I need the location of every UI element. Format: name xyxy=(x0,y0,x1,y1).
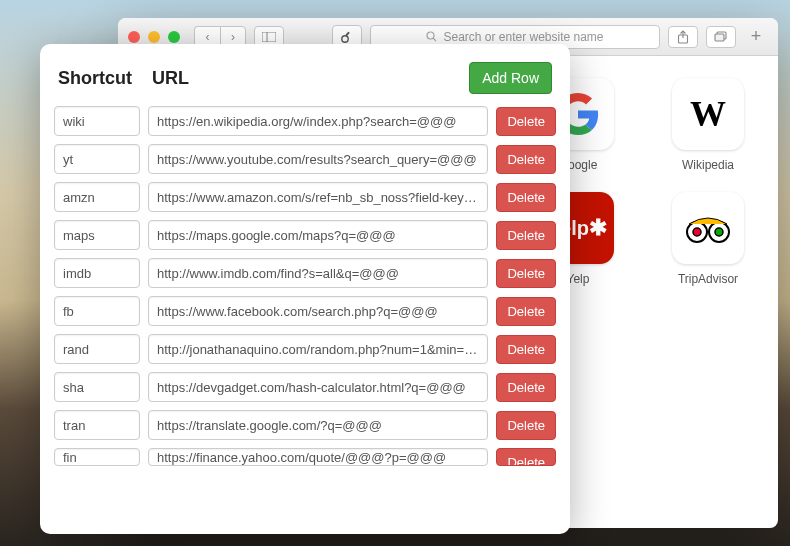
favorite-label: Wikipedia xyxy=(682,158,734,172)
shortcut-row: Delete xyxy=(54,334,556,364)
popover-header: Shortcut URL Add Row xyxy=(54,62,556,94)
url-input[interactable] xyxy=(148,106,488,136)
delete-button[interactable]: Delete xyxy=(496,448,556,466)
url-input[interactable] xyxy=(148,372,488,402)
shortcut-row: Delete xyxy=(54,182,556,212)
minimize-window-button[interactable] xyxy=(148,31,160,43)
shortcut-input[interactable] xyxy=(54,410,140,440)
shortcut-input[interactable] xyxy=(54,106,140,136)
svg-point-13 xyxy=(715,228,723,236)
shortcut-input[interactable] xyxy=(54,182,140,212)
shortcut-row: Delete xyxy=(54,410,556,440)
delete-button[interactable]: Delete xyxy=(496,183,556,212)
col-header-shortcut: Shortcut xyxy=(58,68,152,89)
delete-button[interactable]: Delete xyxy=(496,145,556,174)
shortcut-input[interactable] xyxy=(54,144,140,174)
delete-button[interactable]: Delete xyxy=(496,297,556,326)
url-input[interactable] xyxy=(148,334,488,364)
tabs-button[interactable] xyxy=(706,26,736,48)
extension-popover: Shortcut URL Add Row DeleteDeleteDeleteD… xyxy=(40,44,570,534)
add-row-button[interactable]: Add Row xyxy=(469,62,552,94)
close-window-button[interactable] xyxy=(128,31,140,43)
svg-point-2 xyxy=(342,35,348,41)
favorite-label: TripAdvisor xyxy=(678,272,738,286)
wikipedia-icon: W xyxy=(672,78,744,150)
svg-rect-0 xyxy=(262,32,276,42)
url-input[interactable] xyxy=(148,182,488,212)
svg-rect-9 xyxy=(715,34,724,41)
url-input[interactable] xyxy=(148,410,488,440)
shortcuts-list: DeleteDeleteDeleteDeleteDeleteDeleteDele… xyxy=(54,106,556,466)
url-input[interactable] xyxy=(148,258,488,288)
delete-button[interactable]: Delete xyxy=(496,411,556,440)
shortcut-row: Delete xyxy=(54,296,556,326)
favorite-tripadvisor[interactable]: TripAdvisor xyxy=(658,192,758,286)
url-input[interactable] xyxy=(148,220,488,250)
url-input[interactable] xyxy=(148,144,488,174)
shortcut-row: Delete xyxy=(54,144,556,174)
new-tab-button[interactable]: + xyxy=(744,26,768,47)
delete-button[interactable]: Delete xyxy=(496,259,556,288)
url-input[interactable] xyxy=(148,448,488,466)
shortcut-row: Delete xyxy=(54,258,556,288)
delete-button[interactable]: Delete xyxy=(496,107,556,136)
shortcut-input[interactable] xyxy=(54,372,140,402)
svg-point-12 xyxy=(693,228,701,236)
col-header-url: URL xyxy=(152,68,469,89)
delete-button[interactable]: Delete xyxy=(496,221,556,250)
address-placeholder: Search or enter website name xyxy=(443,30,603,44)
share-button[interactable] xyxy=(668,26,698,48)
zoom-window-button[interactable] xyxy=(168,31,180,43)
shortcut-row: Delete xyxy=(54,448,556,466)
url-input[interactable] xyxy=(148,296,488,326)
tripadvisor-icon xyxy=(672,192,744,264)
shortcut-input[interactable] xyxy=(54,296,140,326)
shortcut-input[interactable] xyxy=(54,220,140,250)
shortcut-input[interactable] xyxy=(54,448,140,466)
svg-rect-3 xyxy=(345,31,350,36)
favorite-wikipedia[interactable]: W Wikipedia xyxy=(658,78,758,172)
shortcut-row: Delete xyxy=(54,220,556,250)
delete-button[interactable]: Delete xyxy=(496,335,556,364)
delete-button[interactable]: Delete xyxy=(496,373,556,402)
search-icon xyxy=(426,31,437,42)
shortcut-input[interactable] xyxy=(54,334,140,364)
svg-point-4 xyxy=(427,32,434,39)
shortcut-row: Delete xyxy=(54,106,556,136)
svg-line-5 xyxy=(434,38,437,41)
shortcut-input[interactable] xyxy=(54,258,140,288)
shortcut-row: Delete xyxy=(54,372,556,402)
window-controls xyxy=(128,31,180,43)
